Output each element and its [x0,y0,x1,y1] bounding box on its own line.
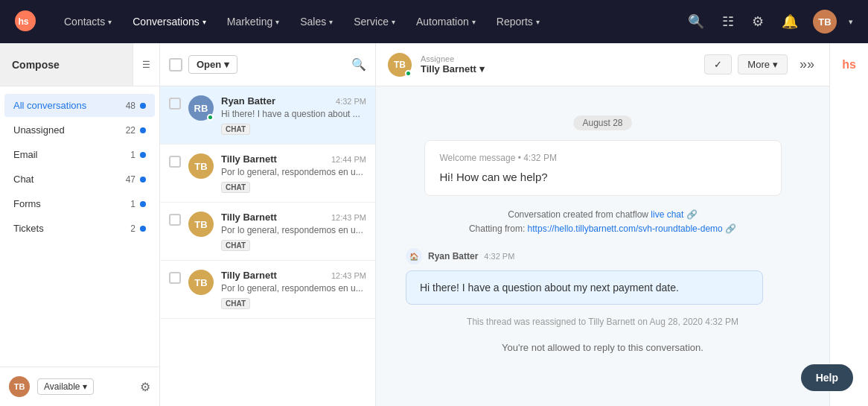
unread-dot [140,201,146,207]
date-divider: August 28 [406,116,800,128]
left-sidebar: Compose ☰ All conversations 48 Unassigne… [0,43,160,406]
sidebar-nav: All conversations 48 Unassigned 22 Email… [0,86,159,367]
main-layout: Compose ☰ All conversations 48 Unassigne… [0,43,868,406]
unread-dot [140,127,146,133]
chevron-down-icon: ▾ [224,59,229,70]
right-panel: hs [829,43,868,406]
sidebar-item-tickets[interactable]: Tickets 2 [4,217,155,240]
hubspot-logo[interactable]: hs [15,10,36,34]
user-message-bubble: Hi there! I have a question about my nex… [406,270,763,305]
contact-avatar: TB [188,212,214,237]
sidebar-item-chat[interactable]: Chat 47 [4,168,155,191]
assignee-info: Assignee Tilly Barnett ▾ [421,54,485,74]
nav-sales[interactable]: Sales ▾ [290,0,343,43]
compose-area: Compose ☰ [0,43,159,86]
chevron-down-icon: ▾ [202,18,206,26]
contact-avatar: TB [188,153,214,179]
nav-right-actions: 🔍 ☷ ⚙ 🔔 TB ▾ [685,10,853,34]
conversation-item[interactable]: TB Tilly Barnett 12:44 PM Por lo general… [160,145,375,203]
sidebar-item-forms[interactable]: Forms 1 [4,192,155,215]
chevron-down-icon: ▾ [773,59,778,70]
chevron-down-icon: ▾ [83,381,87,392]
welcome-text: Hi! How can we help? [440,171,766,183]
open-filter-button[interactable]: Open ▾ [188,55,237,74]
chat-header: TB Assignee Tilly Barnett ▾ ✓ More ▾ » [376,43,829,86]
sidebar-item-all-conversations[interactable]: All conversations 48 [4,94,155,117]
conversation-checkbox[interactable] [169,272,181,284]
unread-dot [140,226,146,232]
user-message-wrap: 🏠 Ryan Batter 4:32 PM Hi there! I have a… [406,248,800,305]
nav-service[interactable]: Service ▾ [343,0,406,43]
conversation-list: Open ▾ 🔍 RB Ryan Batter 4:32 PM Hi there… [160,43,376,406]
compose-button[interactable]: Compose [0,43,133,86]
expand-panel-button[interactable]: »» [797,54,817,75]
chatting-from-url[interactable]: https://hello.tillybarnett.com/svh-round… [528,223,723,234]
chat-body: August 28 Welcome message • 4:32 PM Hi! … [376,86,829,406]
nav-automation[interactable]: Automation ▾ [406,0,486,43]
not-allowed-notice: You're not allowed to reply to this conv… [406,342,800,353]
marketplace-button[interactable]: ☷ [719,10,737,33]
user-message-header: 🏠 Ryan Batter 4:32 PM [406,248,800,264]
nav-marketing[interactable]: Marketing ▾ [217,0,290,43]
user-avatar-small: TB [9,376,30,397]
help-button[interactable]: Help [801,364,853,391]
conversation-checkbox[interactable] [169,156,181,168]
conversation-item[interactable]: TB Tilly Barnett 12:43 PM Por lo general… [160,261,375,319]
resolve-button[interactable]: ✓ [704,54,732,74]
chevron-down-icon: ▾ [108,18,112,26]
conversation-checkbox[interactable] [169,98,181,110]
unread-dot [140,177,146,183]
conversation-search-button[interactable]: 🔍 [351,57,366,72]
sidebar-item-unassigned[interactable]: Unassigned 22 [4,118,155,142]
nav-conversations[interactable]: Conversations ▾ [122,0,217,43]
conversation-checkbox[interactable] [169,214,181,226]
conversation-item[interactable]: RB Ryan Batter 4:32 PM Hi there! I have … [160,86,375,145]
conversation-item[interactable]: TB Tilly Barnett 12:43 PM Por lo general… [160,203,375,261]
chevron-down-icon: ▾ [329,18,333,26]
chevron-down-icon: ▾ [275,18,279,26]
inbox-settings-button[interactable]: ⚙ [140,380,150,394]
user-menu-chevron[interactable]: ▾ [849,17,853,27]
live-chat-link[interactable]: live chat [651,209,683,220]
select-all-checkbox[interactable] [169,58,182,72]
unread-dot [140,152,146,158]
online-status-dot [207,114,214,121]
top-navigation: hs Contacts ▾ Conversations ▾ Marketing … [0,0,868,43]
user-avatar[interactable]: TB [813,10,837,34]
sidebar-toggle-button[interactable]: ☰ [133,43,159,86]
user-message-icon: 🏠 [406,248,422,264]
online-status-dot [405,70,412,77]
assignee-avatar: TB [388,53,412,77]
availability-button[interactable]: Available ▾ [37,378,94,395]
settings-button[interactable]: ⚙ [749,10,767,33]
welcome-message-wrap: Welcome message • 4:32 PM Hi! How can we… [406,140,800,196]
chevron-down-icon: ▾ [536,18,540,26]
unread-dot [140,103,146,109]
panel-logo-button[interactable]: hs [837,52,861,77]
conversation-created-info: Conversation created from chatflow live … [406,208,800,236]
more-button[interactable]: More ▾ [738,54,788,74]
search-button[interactable]: 🔍 [685,10,707,33]
welcome-bubble: Welcome message • 4:32 PM Hi! How can we… [424,140,782,196]
notifications-button[interactable]: 🔔 [779,10,801,33]
nav-reports[interactable]: Reports ▾ [486,0,550,43]
chevron-down-icon: ▾ [392,18,395,26]
sidebar-footer: TB Available ▾ ⚙ [0,367,159,406]
conv-list-header: Open ▾ 🔍 [160,43,375,86]
contact-avatar: TB [188,270,214,295]
chat-main: TB Assignee Tilly Barnett ▾ ✓ More ▾ » [376,43,829,406]
chat-header-actions: ✓ More ▾ [704,54,788,74]
welcome-header: Welcome message • 4:32 PM [440,153,766,163]
assignee-name-button[interactable]: Tilly Barnett ▾ [421,63,485,74]
reassigned-notice: This thread was reassigned to Tilly Barn… [406,317,800,327]
chevron-down-icon: ▾ [472,18,476,26]
nav-contacts[interactable]: Contacts ▾ [54,0,122,43]
svg-text:hs: hs [18,16,28,27]
sidebar-item-email[interactable]: Email 1 [4,143,155,166]
chevron-down-icon: ▾ [479,63,485,74]
contact-avatar: RB [188,95,214,121]
